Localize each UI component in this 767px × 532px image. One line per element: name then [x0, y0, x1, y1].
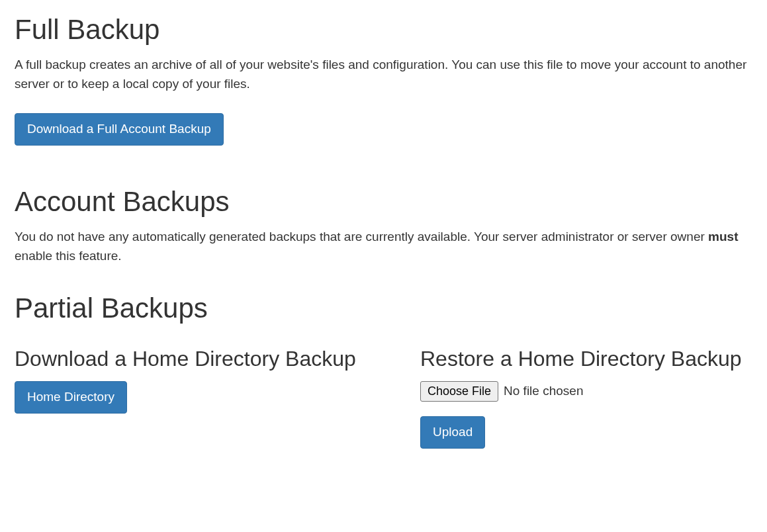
home-directory-button[interactable]: Home Directory: [15, 381, 127, 414]
account-backups-description: You do not have any automatically genera…: [15, 228, 752, 265]
account-backups-heading: Account Backups: [15, 185, 752, 218]
partial-backups-heading: Partial Backups: [15, 292, 752, 325]
download-home-directory-heading: Download a Home Directory Backup: [15, 345, 407, 372]
account-backups-section: Account Backups You do not have any auto…: [15, 185, 752, 265]
restore-home-directory-column: Restore a Home Directory Backup Choose F…: [420, 345, 752, 449]
full-backup-heading: Full Backup: [15, 13, 752, 46]
partial-backups-section: Partial Backups Download a Home Director…: [15, 292, 752, 448]
account-backups-desc-strong: must: [708, 230, 738, 244]
upload-button[interactable]: Upload: [420, 416, 485, 449]
account-backups-desc-pre: You do not have any automatically genera…: [15, 230, 708, 244]
full-backup-description: A full backup creates an archive of all …: [15, 56, 752, 93]
choose-file-button[interactable]: Choose File: [420, 381, 498, 402]
file-input-row: Choose File No file chosen: [420, 381, 752, 402]
restore-home-directory-heading: Restore a Home Directory Backup: [420, 345, 752, 372]
download-full-backup-button[interactable]: Download a Full Account Backup: [15, 113, 224, 146]
account-backups-desc-post: enable this feature.: [15, 249, 122, 263]
full-backup-section: Full Backup A full backup creates an arc…: [15, 13, 752, 146]
file-chosen-status: No file chosen: [504, 384, 583, 398]
download-home-directory-column: Download a Home Directory Backup Home Di…: [15, 345, 407, 449]
